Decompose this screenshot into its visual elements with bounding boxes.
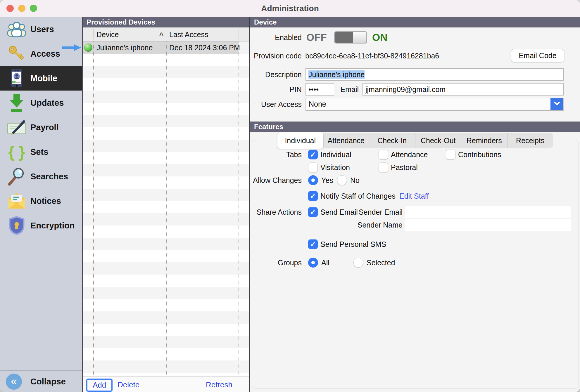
checkbox-send-email[interactable] [308, 207, 318, 217]
checkbox-label: Notify Staff of Changes [320, 192, 396, 200]
sidebar-item-label: Searches [30, 172, 68, 181]
email-code-button[interactable]: Email Code [511, 49, 564, 62]
notify-staff-row: Notify Staff of Changes Edit Staff [250, 190, 580, 202]
checkbox-individual[interactable] [308, 150, 318, 159]
sender-name-field[interactable] [405, 219, 571, 231]
device-table-header: Device ^ Last Access [83, 27, 249, 41]
checkbox-visitation[interactable] [308, 163, 318, 172]
collapse-label: Collapse [30, 377, 66, 386]
main-area: Users Access [0, 17, 580, 392]
sidebar-item-label: Payroll [30, 123, 59, 132]
allow-changes-label: Allow Changes [250, 176, 302, 185]
share-actions-label: Share Actions [250, 208, 302, 216]
radio-label: No [350, 176, 360, 185]
sidebar-item-payroll[interactable]: Payroll [0, 115, 82, 140]
dropdown-button[interactable] [550, 98, 563, 110]
last-access-cell[interactable]: Dec 18 2024 3:06 PM [169, 41, 240, 54]
allow-changes-row: Allow Changes Yes No [250, 174, 580, 186]
sender-name-label: Sender Name [341, 221, 403, 229]
checkbox-label: Contributions [458, 150, 501, 159]
radio-no[interactable] [337, 175, 347, 185]
sidebar-item-searches[interactable]: Searches [0, 164, 82, 189]
sidebar-item-sets[interactable]: { } Sets [0, 140, 82, 164]
tab-check-out[interactable]: Check-Out [415, 133, 461, 148]
provisioned-devices-header: Provisioned Devices [83, 17, 249, 27]
administration-window: Administration Users [0, 0, 580, 392]
delete-button[interactable]: Delete [116, 380, 141, 390]
description-field[interactable]: Julianne's iphone [305, 68, 564, 81]
radio-groups-selected[interactable] [353, 258, 363, 268]
users-icon [7, 18, 26, 40]
column-header-device[interactable]: Device [96, 27, 119, 41]
column-dotted-separator [166, 41, 167, 376]
email-field[interactable]: jjmanning09@gmail.com [362, 83, 564, 96]
sender-name-row: Sender Name [250, 219, 580, 231]
tab-attendance[interactable]: Attendance [323, 133, 369, 148]
edit-staff-link[interactable]: Edit Staff [399, 192, 429, 200]
sidebar-item-users[interactable]: Users [0, 17, 82, 41]
tab-check-in[interactable]: Check-In [369, 133, 415, 148]
column-separator [93, 29, 94, 39]
checkbox-send-personal-sms[interactable] [308, 240, 318, 249]
collapse-button[interactable]: « Collapse [0, 370, 82, 392]
user-access-dropdown[interactable]: None [305, 98, 564, 111]
checkbox-contributions[interactable] [446, 150, 455, 159]
column-dotted-separator [93, 41, 94, 376]
off-state-label: OFF [306, 32, 327, 43]
column-header-last-access[interactable]: Last Access [169, 27, 208, 41]
email-label: Email [334, 85, 359, 94]
checkbox-label: Visitation [320, 163, 350, 172]
column-separator [239, 29, 239, 39]
radio-groups-all[interactable] [308, 258, 318, 268]
sender-email-label: Sender Email [341, 208, 403, 216]
radio-label: All [321, 259, 329, 267]
title-bar: Administration [0, 0, 580, 17]
sidebar-item-label: Users [30, 25, 54, 34]
sidebar-item-label: Notices [30, 196, 61, 206]
sidebar-item-notices[interactable]: Notices [0, 189, 82, 213]
envelope-icon [7, 190, 26, 212]
window-title: Administration [0, 0, 580, 17]
description-row: Description Julianne's iphone [250, 68, 580, 81]
sidebar-item-mobile[interactable]: Mobile [0, 66, 82, 91]
mobile-icon [7, 67, 26, 89]
features-section-header: Features [250, 122, 580, 132]
sender-email-field[interactable] [405, 206, 571, 218]
sort-ascending-icon[interactable]: ^ [159, 27, 163, 41]
refresh-button[interactable]: Refresh [204, 380, 234, 390]
access-pointer-arrow-icon [62, 44, 81, 51]
pin-label: PIN [250, 85, 302, 94]
tab-individual[interactable]: Individual [277, 132, 323, 149]
sidebar-item-label: Encryption [30, 221, 75, 230]
checkbox-notify-staff[interactable] [308, 191, 318, 201]
description-label: Description [250, 70, 302, 79]
user-access-row: User Access None [250, 98, 580, 111]
enabled-label: Enabled [250, 33, 302, 42]
sidebar-item-label: Sets [30, 147, 48, 157]
sidebar-item-updates[interactable]: Updates [0, 91, 82, 115]
user-access-label: User Access [250, 100, 302, 109]
collapse-chevrons-icon: « [6, 374, 22, 390]
download-arrow-icon [7, 92, 26, 114]
groups-row: Groups All Selected [250, 256, 580, 269]
column-dotted-separator [239, 41, 239, 376]
sidebar-item-encryption[interactable]: Encryption [0, 213, 82, 238]
checkbox-pastoral[interactable] [379, 163, 388, 172]
add-button[interactable]: Add [91, 380, 108, 390]
sidebar: Users Access [0, 17, 83, 392]
braces-icon: { } [7, 141, 26, 163]
radio-label: Yes [321, 176, 333, 185]
radio-yes[interactable] [308, 175, 318, 185]
tabs-group-label: Tabs [250, 150, 302, 159]
provisioned-devices-panel: Provisioned Devices Device ^ Last Access… [83, 17, 249, 392]
device-list-toolbar: Add Delete Refresh [83, 376, 249, 392]
pin-field[interactable]: •••• [305, 83, 334, 96]
shield-icon [7, 215, 26, 236]
checkbox-attendance[interactable] [379, 150, 388, 159]
tab-receipts[interactable]: Receipts [507, 133, 553, 148]
toggle-knob [353, 32, 366, 43]
enabled-toggle[interactable] [334, 31, 367, 44]
device-name-cell[interactable]: Julianne's iphone [96, 41, 153, 54]
on-state-label: ON [372, 32, 388, 43]
tab-reminders[interactable]: Reminders [461, 133, 507, 148]
